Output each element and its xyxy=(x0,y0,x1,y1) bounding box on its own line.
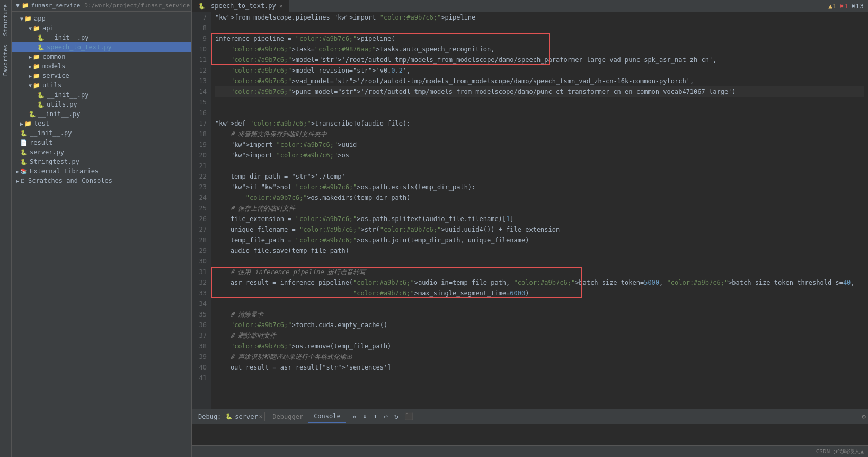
code-line: # 保存上传的临时文件 xyxy=(215,203,864,214)
line-number: 24 xyxy=(196,192,207,203)
line-number: 27 xyxy=(196,224,207,235)
code-line: # 使用 inference pipeline 进行语音转写 xyxy=(215,267,864,277)
debug-panel: Debug: 🐍 server ✕ Debugger Console » ⬇ ⬆… xyxy=(192,409,868,445)
favorites-tab[interactable]: Favorites xyxy=(1,40,10,81)
tree-label: utils.py xyxy=(47,101,77,108)
debug-down-btn[interactable]: ⬇ xyxy=(361,411,369,421)
tree-item-server[interactable]: 🐍 server.py xyxy=(12,147,191,157)
code-line xyxy=(215,97,864,108)
tree-item-utils[interactable]: ▼ 📁 utils xyxy=(12,81,191,90)
code-line: "kw">import "color:#a9b7c6;">os xyxy=(215,150,864,161)
console-tab-label: Console xyxy=(314,412,341,420)
debugger-tab[interactable]: Debugger xyxy=(267,411,308,423)
tree-item-scratches[interactable]: ▶ 🗒 Scratches and Consoles xyxy=(12,176,191,186)
code-wrapper: 7891011121314151617181920212223242526272… xyxy=(192,12,868,409)
status-bar: CSDN @代码浪人▲ xyxy=(192,445,868,457)
tree-item-speech-to-text[interactable]: 🐍 speech_to_text.py xyxy=(12,42,191,52)
tree-item-test[interactable]: ▶ 📁 test xyxy=(12,119,191,128)
tab-speech-to-text[interactable]: 🐍 speech_to_text.py ✕ xyxy=(192,0,289,12)
tree-label: server.py xyxy=(30,148,64,156)
code-line: "kw">from modelscope.pipelines "kw">impo… xyxy=(215,12,864,23)
debug-expand-btn[interactable]: » xyxy=(350,411,359,421)
tree-item-external-libraries[interactable]: ▶ 📚 External Libraries xyxy=(12,166,191,176)
tree-label: service xyxy=(42,72,69,80)
line-number: 9 xyxy=(196,33,207,44)
code-line xyxy=(215,108,864,118)
line-number: 12 xyxy=(196,65,207,76)
tab-label: speech_to_text.py xyxy=(211,2,276,10)
code-line: "kw">def "color:#a9b7c6;">transcribeTo(a… xyxy=(215,118,864,129)
line-number: 33 xyxy=(196,288,207,298)
tree-item-models[interactable]: ▶ 📁 models xyxy=(12,61,191,71)
debug-step-btn[interactable]: ↻ xyxy=(392,411,401,421)
tree-item-init-api[interactable]: 🐍 __init__.py xyxy=(12,33,191,42)
debug-server-icon: 🐍 xyxy=(225,413,233,420)
tree-content: ▼ 📁 app ▼ 📁 api 🐍 __init__.py 🐍 speech_t… xyxy=(12,12,191,457)
tree-item-result[interactable]: 📄 result xyxy=(12,138,191,147)
editor-tabs: 🐍 speech_to_text.py ✕ ▲1 ✖1 ✖13 xyxy=(192,0,868,12)
line-number: 7 xyxy=(196,12,207,23)
line-number: 40 xyxy=(196,362,207,373)
tree-label: __init__.py xyxy=(30,129,72,137)
debug-resume-btn[interactable]: ↩ xyxy=(382,411,390,421)
code-line xyxy=(215,298,864,309)
tree-item-init-utils[interactable]: 🐍 __init__.py xyxy=(12,90,191,100)
line-number: 28 xyxy=(196,235,207,245)
debug-stop-btn[interactable]: ⬛ xyxy=(403,411,415,421)
editor-area: 🐍 speech_to_text.py ✕ ▲1 ✖1 ✖13 78910111… xyxy=(192,0,868,457)
file-icon: 📄 xyxy=(20,139,28,146)
code-line: asr_result = inference_pipeline("color:#… xyxy=(215,277,864,288)
py-tab-icon: 🐍 xyxy=(198,3,206,10)
line-number: 16 xyxy=(196,108,207,118)
line-number: 8 xyxy=(196,23,207,33)
chevron-icon: ▼ xyxy=(20,16,23,22)
folder-icon: 📁 xyxy=(33,73,40,80)
tree-item-app[interactable]: ▼ 📁 app xyxy=(12,14,191,23)
tree-item-api[interactable]: ▼ 📁 api xyxy=(12,23,191,33)
project-header: ▼ 📁 funasr_service D:/work/project/funas… xyxy=(12,0,191,12)
code-line: # 清除显卡 xyxy=(215,309,864,320)
error-indicator: ✖1 xyxy=(840,2,848,10)
py-file-icon: 🐍 xyxy=(20,130,28,137)
tree-item-init-root[interactable]: 🐍 __init__.py xyxy=(12,128,191,138)
chevron-icon: ▶ xyxy=(29,64,32,69)
py-file-active-icon: 🐍 xyxy=(37,44,45,51)
code-line: temp_file_path = "color:#a9b7c6;">os.pat… xyxy=(215,235,864,245)
tree-label: models xyxy=(42,63,65,70)
tree-item-service[interactable]: ▶ 📁 service xyxy=(12,71,191,81)
code-editor[interactable]: 7891011121314151617181920212223242526272… xyxy=(192,12,868,409)
structure-tab[interactable]: Structure xyxy=(1,0,10,40)
tab-close-button[interactable]: ✕ xyxy=(279,3,283,10)
line-number: 35 xyxy=(196,309,207,320)
folder-icon: 📁 xyxy=(33,63,40,70)
tree-item-common[interactable]: ▶ 📁 common xyxy=(12,52,191,61)
hint-indicator: ✖13 xyxy=(852,2,864,10)
code-line: out_result = asr_result["str">'sentences… xyxy=(215,362,864,373)
debug-tab-bar: Debug: 🐍 server ✕ Debugger Console » ⬇ ⬆… xyxy=(192,409,868,424)
debug-server-label: server xyxy=(235,413,258,420)
settings-gear-icon[interactable]: ⚙ xyxy=(862,412,866,420)
tree-item-utils-py[interactable]: 🐍 utils.py xyxy=(12,100,191,109)
chevron-icon: ▼ xyxy=(29,83,32,89)
chevron-icon: ▶ xyxy=(16,178,19,184)
py-file-icon: 🐍 xyxy=(37,92,45,99)
tree-item-stringtest[interactable]: 🐍 Stringtest.py xyxy=(12,157,191,166)
code-line: "color:#a9b7c6;">model="str">'/root/auto… xyxy=(215,55,864,65)
console-tab[interactable]: Console xyxy=(308,410,346,423)
library-icon: 📚 xyxy=(20,168,28,175)
line-number: 15 xyxy=(196,97,207,108)
warning-indicator: ▲1 xyxy=(828,2,837,10)
code-line xyxy=(215,373,864,383)
debug-up-btn[interactable]: ⬆ xyxy=(371,411,379,421)
tree-item-init-app[interactable]: 🐍 __init__.py xyxy=(12,109,191,119)
project-name: funasr_service xyxy=(31,2,81,9)
tree-label: test xyxy=(34,120,49,127)
code-line: "kw">import "color:#a9b7c6;">uuid xyxy=(215,139,864,150)
watermark-text: CSDN @代码浪人▲ xyxy=(816,447,864,455)
debug-tab-close[interactable]: ✕ xyxy=(259,413,263,420)
code-line xyxy=(215,23,864,33)
line-number: 17 xyxy=(196,118,207,129)
line-number: 30 xyxy=(196,256,207,267)
console-output xyxy=(192,424,868,445)
tree-label: __init__.py xyxy=(47,91,88,99)
